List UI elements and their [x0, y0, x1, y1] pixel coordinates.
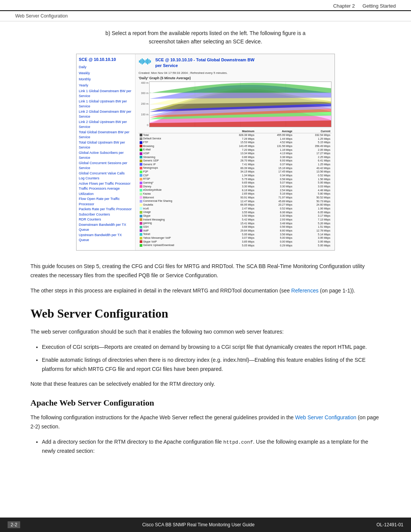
legend-label: Skype: [139, 214, 218, 218]
legend-cur: 7.13 Mbps: [293, 218, 331, 222]
figure-graph-title: 'Daily' Graph (5 Minute Average): [139, 76, 331, 80]
subsection-para-1: The following configuration instructions…: [30, 413, 381, 431]
sidebar-link-9[interactable]: Global Concurrent Value Calls: [79, 171, 133, 176]
legend-cur: 0.52 Mbps: [293, 174, 331, 177]
legend-row: SSH3.68 Mbps0.56 Mbps1.51 Mbps: [139, 225, 331, 229]
legend-label: Newsgroups: [139, 166, 218, 170]
legend-avg: 20.27 Mbps: [255, 203, 293, 207]
svg-rect-8: [150, 60, 151, 62]
footer-doc-title: Cisco SCA BB SNMP Real Time Monitoring U…: [142, 522, 255, 527]
figure-legend-table: Maximum Average Current Total828.38 Mbps…: [139, 129, 331, 247]
legend-avg: 71.97 Mbps: [255, 196, 293, 200]
legend-color-dot: [140, 226, 142, 228]
sidebar-link-8[interactable]: Global Concurrent Sessions per Service: [79, 161, 133, 171]
sidebar-link-18[interactable]: Upstream Bandwidth per TX Queue: [79, 233, 133, 243]
legend-color-dot: [140, 171, 142, 173]
figure-main-header: SCE @ 10.10.10.10 - Total Global Downstr…: [139, 57, 331, 69]
graph-svg: [150, 82, 331, 127]
sidebar-link-15[interactable]: Subscriber Counters: [79, 212, 133, 217]
legend-color-dot: [140, 160, 142, 162]
legend-cur: 2.25 Mbps: [293, 155, 331, 159]
legend-max: 15.53 Mbps: [218, 141, 256, 144]
svg-rect-6: [147, 58, 148, 64]
legend-cur: 2.05 Mbps: [293, 148, 331, 152]
sidebar-link-4[interactable]: Link 2 Global Upstream BW per Service: [79, 120, 133, 130]
intro-paragraph: b) Select a report from the available re…: [30, 29, 381, 46]
legend-avg: 0.56 Mbps: [255, 225, 293, 229]
sidebar-link-11[interactable]: Active Flows per Traffic Processor: [79, 181, 133, 187]
legend-max: 828.38 Mbps: [218, 133, 256, 137]
legend-row: Default Service7.26 Mbps1.44 Mbps1.25 Mb…: [139, 137, 331, 141]
nav-yearly[interactable]: Yearly: [79, 82, 133, 88]
legend-cur: 5.26 Mbps: [293, 221, 331, 225]
httpd-conf-code: httpd.conf: [223, 439, 253, 445]
figure-yaxis: 400 m 300 m 200 m 100 m 0: [139, 81, 149, 127]
sidebar-link-2[interactable]: Link 1 Global Upstream BW per Service: [79, 99, 133, 109]
nav-weekly[interactable]: Weekly: [79, 70, 133, 76]
legend-color-dot: [140, 145, 142, 147]
nav-daily[interactable]: Daily: [79, 64, 133, 70]
legend-color-dot: [140, 229, 142, 232]
page-header: Chapter 2 Getting Started: [0, 0, 411, 11]
sidebar-link-6[interactable]: Total Global Upstream BW per Service: [79, 140, 133, 150]
legend-row: Total828.38 Mbps455.99 Mbps332.54 Mbps: [139, 133, 331, 137]
legend-row: Telnet5.95 Mbps3.56 Mbps5.14 Mbps: [139, 232, 331, 236]
legend-max: 3.85 Mbps: [218, 240, 256, 244]
legend-cur: 6.41 Mbps: [293, 159, 331, 163]
legend-row: FTP15.53 Mbps4.52 Mbps5.15 Mbps: [139, 141, 331, 144]
legend-max: 13.34 Mbps: [218, 152, 256, 155]
legend-avg: 131.56 Mbps: [255, 144, 293, 148]
sidebar-link-5[interactable]: Total Global Downstream BW per Service: [79, 130, 133, 140]
legend-color-dot: [140, 152, 142, 155]
sidebar-link-16[interactable]: RDR Counters: [79, 217, 133, 222]
sidebar-link-13[interactable]: Flow Open Rate per Traffic Processor: [79, 197, 133, 207]
legend-color-dot: [140, 240, 142, 243]
figure-sidebar: SCE @ 10.10.10.10 Daily Weekly Monthly Y…: [76, 54, 135, 250]
legend-avg: 45.89 Mbps: [255, 199, 293, 203]
legend-max: 2.47 Mbps: [218, 207, 256, 211]
legend-label: E-Mail: [139, 148, 218, 152]
sidebar-link-14[interactable]: Packets Rate per Traffic Processor: [79, 207, 133, 212]
body-para-2: The other steps in this process are expl…: [30, 286, 381, 296]
legend-color-dot: [140, 196, 142, 199]
legend-row: ircv62.47 Mbps0.52 Mbps1.06 Mbps: [139, 207, 331, 211]
legend-color-dot: [140, 149, 142, 151]
legend-cur: 13.56 Mbps: [293, 170, 331, 174]
sidebar-link-17[interactable]: Downstream Bandwidth per TX Queue: [79, 222, 133, 233]
legend-max: 143.45 Mbps: [218, 144, 256, 148]
sidebar-link-7[interactable]: Global Active Subscribers per Service: [79, 150, 133, 161]
legend-max: 28.70 Mbps: [218, 159, 256, 163]
legend-row: Browsing143.45 Mbps131.56 Mbps358.49 Mbp…: [139, 144, 331, 148]
subsection-heading: Apache Web Server Configuration: [30, 398, 381, 408]
sidebar-link-10[interactable]: Log Counters: [79, 176, 133, 181]
legend-label: P2P: [139, 170, 218, 174]
legend-max: 93.91 Mbps: [218, 196, 256, 200]
legend-label: Default Service: [139, 137, 218, 141]
legend-label: Gaming*: [139, 181, 218, 185]
legend-max: 5.05 Mbps: [218, 243, 256, 247]
legend-color-dot: [140, 156, 142, 158]
legend-label: RTSP: [139, 177, 218, 181]
legend-row: Skype3.50 Mbps3.30 Mbps3.17 Mbps: [139, 214, 331, 218]
legend-row: Generic UDP28.70 Mbps6.93 Mbps6.41 Mbps: [139, 159, 331, 163]
legend-row: eDonkey/eMule8.16 Mbps2.54 Mbps4.48 Mbps: [139, 188, 331, 192]
legend-row: Generic Upload/Download5.05 Mbps0.29 Mbp…: [139, 243, 331, 247]
bullet-item-1: Execution of CGI scripts—Reports are cre…: [42, 343, 381, 352]
legend-cur: 5.95 Mbps: [293, 243, 331, 247]
breadcrumb-text: Web Server Configuration: [15, 13, 68, 19]
subsection-bullet-1-before: Add a directory section for the RTM dire…: [42, 439, 223, 445]
sidebar-link-12[interactable]: Traffic Processors Average Utilization: [79, 186, 133, 197]
legend-avg: 455.99 Mbps: [255, 133, 293, 137]
sidebar-link-1[interactable]: Link 1 Global Downstream BW per Service: [79, 89, 133, 99]
legend-cur: 3.03 Mbps: [293, 185, 331, 189]
nav-monthly[interactable]: Monthly: [79, 76, 133, 82]
references-link[interactable]: References: [291, 288, 319, 294]
web-server-config-link[interactable]: Web Server Configuration: [295, 414, 356, 420]
svg-rect-0: [139, 60, 140, 62]
legend-label: Commercial File Sharing: [139, 199, 218, 203]
legend-max: 12.47 Mbps: [218, 199, 256, 203]
section-para: The web server configuration should be s…: [30, 328, 381, 337]
legend-avg: 5.16 Mbps: [255, 192, 293, 196]
sidebar-link-3[interactable]: Link 2 Global Downstream BW per Service: [79, 109, 133, 120]
legend-cur: 1.51 Mbps: [293, 225, 331, 229]
